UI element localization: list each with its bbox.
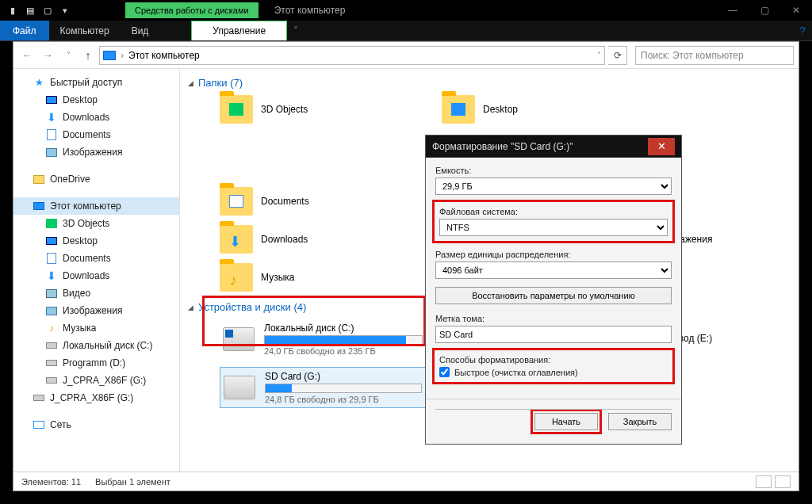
allocation-label: Размер единицы распределения:: [435, 250, 672, 259]
file-tab[interactable]: Файл: [0, 21, 49, 40]
nav-this-pc[interactable]: Этот компьютер: [13, 197, 179, 215]
forward-button[interactable]: →: [39, 47, 56, 64]
folder-icon: [33, 175, 44, 184]
desktop-icon: [46, 237, 57, 245]
maximize-button[interactable]: ▢: [749, 0, 780, 21]
ribbon-tabs: Файл Компьютер Вид Управление ˅ ?: [0, 21, 812, 41]
drive-icon: [46, 360, 57, 366]
nav-documents-2[interactable]: Documents: [13, 250, 179, 267]
folder-3d-objects[interactable]: 3D Objects: [220, 95, 378, 124]
drive-icon: [223, 327, 255, 351]
download-icon: ⬇: [45, 270, 58, 281]
nav-downloads[interactable]: ⬇Downloads: [13, 109, 179, 126]
ribbon-collapse-icon[interactable]: ˅: [287, 21, 304, 40]
capacity-bar: [265, 384, 422, 393]
address-location: Этот компьютер: [128, 50, 200, 61]
help-icon[interactable]: ?: [793, 21, 812, 40]
drive-icon: [33, 395, 44, 401]
nav-pictures-2[interactable]: Изображения: [13, 302, 179, 319]
status-selection: Выбран 1 элемент: [95, 477, 170, 487]
nav-pictures[interactable]: Изображения: [13, 143, 179, 161]
up-button[interactable]: ↑: [80, 49, 96, 62]
pc-icon: [33, 202, 44, 210]
close-window-button[interactable]: ✕: [780, 0, 812, 21]
folder-downloads[interactable]: ⬇Downloads: [220, 225, 378, 254]
nav-video[interactable]: Видео: [13, 284, 179, 302]
document-icon: [47, 129, 56, 140]
format-methods-label: Способы форматирования:: [439, 355, 668, 365]
nav-desktop[interactable]: Desktop: [13, 91, 179, 109]
dialog-titlebar[interactable]: Форматирование "SD Card (G:)" ✕: [426, 136, 681, 158]
nav-sd-2[interactable]: J_CPRA_X86F (G:): [13, 389, 179, 407]
volume-input[interactable]: [435, 326, 672, 343]
nav-quick-access[interactable]: ★Быстрый доступ: [13, 74, 179, 91]
tab-view[interactable]: Вид: [121, 21, 160, 40]
video-icon: [46, 289, 57, 298]
status-item-count: Элементов: 11: [21, 477, 81, 487]
filesystem-select[interactable]: NTFS: [439, 219, 668, 236]
start-button[interactable]: Начать: [534, 413, 598, 430]
back-button[interactable]: ←: [18, 47, 36, 64]
star-icon: ★: [33, 77, 45, 88]
drive-local-c[interactable]: Локальный диск (C:) 24,0 ГБ свободно из …: [220, 319, 426, 359]
dialog-title: Форматирование "SD Card (G:)": [432, 141, 573, 152]
restore-defaults-button[interactable]: Восстановить параметры по умолчанию: [435, 287, 672, 304]
nav-3d-objects[interactable]: 3D Objects: [13, 215, 179, 232]
minimize-button[interactable]: —: [717, 0, 749, 21]
refresh-button[interactable]: ⟳: [608, 46, 627, 65]
folder-documents[interactable]: Documents: [220, 187, 378, 216]
drive-icon: [46, 377, 57, 384]
folder-icon: [220, 187, 253, 216]
navigation-pane: ★Быстрый доступ Desktop ⬇Downloads Docum…: [13, 69, 180, 472]
quick-format-checkbox[interactable]: [439, 367, 450, 377]
pictures-icon: [46, 307, 57, 315]
music-icon: ♪: [45, 323, 58, 334]
close-dialog-button[interactable]: Закрыть: [608, 413, 672, 430]
recent-dropdown-icon[interactable]: ˅: [59, 47, 77, 64]
status-bar: Элементов: 11 Выбран 1 элемент: [13, 472, 799, 491]
address-dropdown-icon[interactable]: ˅: [597, 51, 601, 59]
details-view-button[interactable]: [756, 475, 772, 488]
address-bar[interactable]: › Этот компьютер ˅: [99, 46, 605, 65]
capacity-label: Емкость:: [435, 166, 672, 175]
nav-programm[interactable]: Programm (D:): [13, 354, 179, 372]
3d-icon: [46, 219, 57, 228]
chevron-right-icon: ›: [121, 50, 124, 61]
qat-props-icon[interactable]: ▤: [24, 4, 36, 17]
drive-sd-g[interactable]: SD Card (G:) 24,8 ГБ свободно из 29,9 ГБ: [220, 367, 426, 408]
nav-local-disk[interactable]: Локальный диск (C:): [13, 337, 179, 354]
close-button[interactable]: ✕: [648, 138, 675, 155]
qat-new-icon[interactable]: ▢: [41, 4, 54, 17]
tab-computer[interactable]: Компьютер: [49, 21, 121, 40]
nav-desktop-2[interactable]: Desktop: [13, 232, 179, 250]
folder-desktop[interactable]: Desktop: [442, 95, 600, 124]
pc-icon: [103, 51, 116, 60]
capacity-select[interactable]: 29,9 ГБ: [435, 178, 672, 195]
folder-music[interactable]: ♪Музыка: [220, 263, 378, 292]
drive-icon: [46, 342, 57, 349]
nav-sd-1[interactable]: J_CPRA_X86F (G:): [13, 372, 179, 389]
annotation-highlight: Начать: [530, 409, 602, 434]
nav-documents[interactable]: Documents: [13, 126, 179, 143]
icons-view-button[interactable]: [775, 475, 791, 488]
address-bar-row: ← → ˅ ↑ › Этот компьютер ˅ ⟳ Поиск: Этот…: [13, 42, 799, 69]
sd-card-icon: [224, 376, 255, 399]
contextual-tab-header: Средства работы с дисками: [125, 2, 259, 18]
folder-icon: ♪: [220, 263, 253, 292]
nav-network[interactable]: Сеть: [13, 416, 179, 433]
pictures-icon: [46, 148, 57, 157]
search-input[interactable]: Поиск: Этот компьютер: [635, 46, 794, 65]
search-placeholder: Поиск: Этот компьютер: [641, 50, 744, 61]
annotation-highlight: Файловая система: NTFS: [432, 200, 675, 243]
qat-dropdown-icon[interactable]: ▾: [59, 4, 71, 17]
tab-manage[interactable]: Управление: [191, 21, 287, 40]
folders-group-header[interactable]: ◢ Папки (7): [188, 77, 791, 89]
nav-onedrive[interactable]: OneDrive: [13, 170, 179, 188]
collapse-icon: ◢: [188, 79, 193, 87]
capacity-bar: [264, 335, 423, 345]
nav-music[interactable]: ♪Музыка: [13, 319, 179, 337]
allocation-select[interactable]: 4096 байт: [435, 262, 672, 279]
desktop-icon: [46, 96, 57, 104]
nav-downloads-2[interactable]: ⬇Downloads: [13, 267, 179, 284]
folder-icon: ▮: [6, 4, 19, 17]
